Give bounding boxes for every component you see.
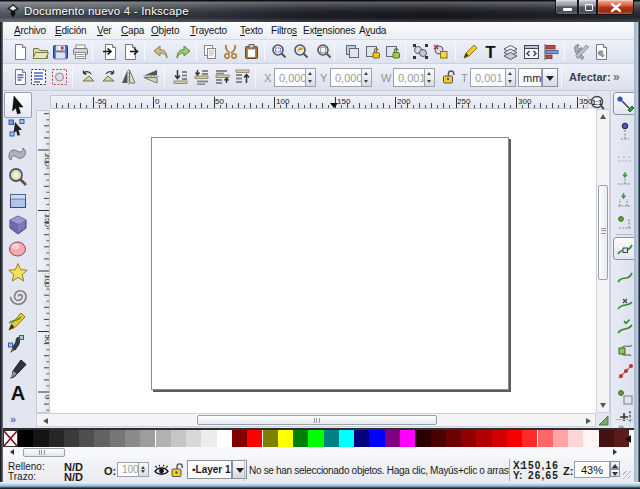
svg-text:1:1: 1:1 bbox=[592, 99, 602, 106]
svg-text:150: 150 bbox=[43, 214, 50, 228]
svg-text:200: 200 bbox=[43, 153, 50, 167]
svg-text:A: A bbox=[11, 382, 25, 404]
svg-text:0: 0 bbox=[43, 395, 50, 400]
svg-text:50: 50 bbox=[43, 335, 50, 344]
svg-text:100: 100 bbox=[43, 274, 50, 288]
svg-text:T: T bbox=[485, 43, 496, 61]
